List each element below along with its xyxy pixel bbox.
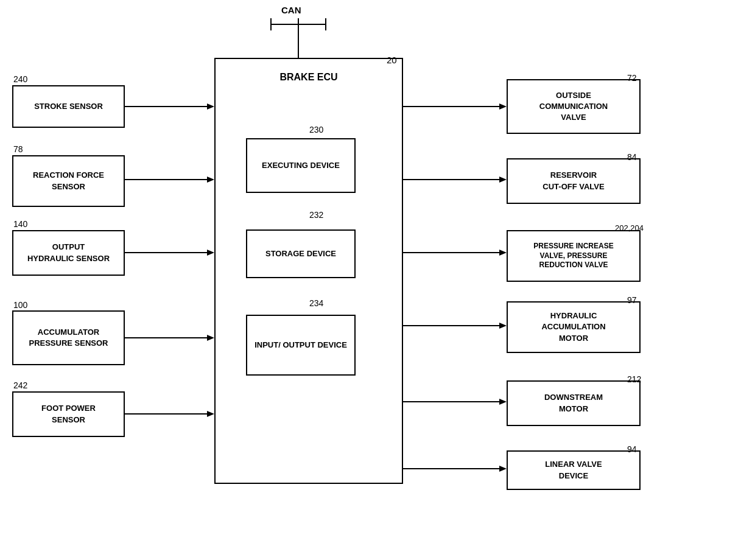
- svg-marker-18: [499, 177, 507, 183]
- input-output-device-box: INPUT/ OUTPUT DEVICE: [246, 315, 356, 376]
- svg-marker-16: [499, 103, 507, 110]
- brake-ecu-num: 20: [387, 55, 397, 65]
- svg-marker-26: [499, 466, 507, 472]
- hydraulic-accum-motor-box: HYDRAULICACCUMULATIONMOTOR: [507, 301, 641, 353]
- storage-device-num: 232: [309, 210, 323, 220]
- accumulator-pressure-sensor-num: 100: [13, 300, 27, 310]
- executing-device-num: 230: [309, 125, 323, 135]
- output-hydraulic-sensor-box: OUTPUTHYDRAULIC SENSOR: [12, 230, 125, 276]
- pressure-increase-valve-box: PRESSURE INCREASEVALVE, PRESSUREREDUCTIO…: [507, 230, 641, 282]
- outside-comm-valve-box: OUTSIDECOMMUNICATIONVALVE: [507, 79, 641, 134]
- reservoir-cutoff-valve-box: RESERVOIRCUT-OFF VALVE: [507, 158, 641, 204]
- accumulator-pressure-sensor-box: ACCUMULATORPRESSURE SENSOR: [12, 310, 125, 365]
- foot-power-sensor-num: 242: [13, 380, 27, 390]
- storage-device-box: STORAGE DEVICE: [246, 229, 356, 278]
- brake-ecu-label: BRAKE ECU: [279, 71, 337, 84]
- reaction-force-sensor-num: 78: [13, 144, 23, 154]
- svg-marker-10: [207, 250, 214, 256]
- output-hydraulic-sensor-num: 140: [13, 219, 27, 229]
- svg-marker-24: [499, 399, 507, 405]
- svg-marker-14: [207, 411, 214, 417]
- stroke-sensor-box: STROKE SENSOR: [12, 85, 125, 128]
- brake-ecu-box: BRAKE ECU EXECUTING DEVICE STORAGE DEVIC…: [214, 58, 403, 484]
- can-label: CAN: [281, 5, 301, 15]
- executing-device-box: EXECUTING DEVICE: [246, 138, 356, 193]
- linear-valve-device-box: LINEAR VALVEDEVICE: [507, 450, 641, 490]
- downstream-motor-box: DOWNSTREAMMOTOR: [507, 380, 641, 426]
- svg-marker-8: [207, 177, 214, 183]
- svg-marker-12: [207, 335, 214, 341]
- svg-marker-6: [207, 103, 214, 110]
- input-output-device-num: 234: [309, 298, 323, 308]
- foot-power-sensor-box: FOOT POWERSENSOR: [12, 391, 125, 437]
- outside-comm-valve-num: 72: [627, 73, 637, 83]
- downstream-motor-num: 212: [627, 374, 641, 384]
- stroke-sensor-num: 240: [13, 74, 27, 84]
- svg-marker-20: [499, 250, 507, 256]
- reservoir-cutoff-valve-num: 84: [627, 152, 637, 162]
- pressure-increase-valve-num: 202,204: [615, 223, 644, 233]
- hydraulic-accum-motor-num: 97: [627, 295, 637, 305]
- reaction-force-sensor-box: REACTION FORCESENSOR: [12, 155, 125, 207]
- diagram: CAN BRAKE ECU EXECUTING DEVICE STORAGE D…: [0, 0, 755, 560]
- linear-valve-device-num: 94: [627, 444, 637, 454]
- svg-marker-22: [499, 323, 507, 329]
